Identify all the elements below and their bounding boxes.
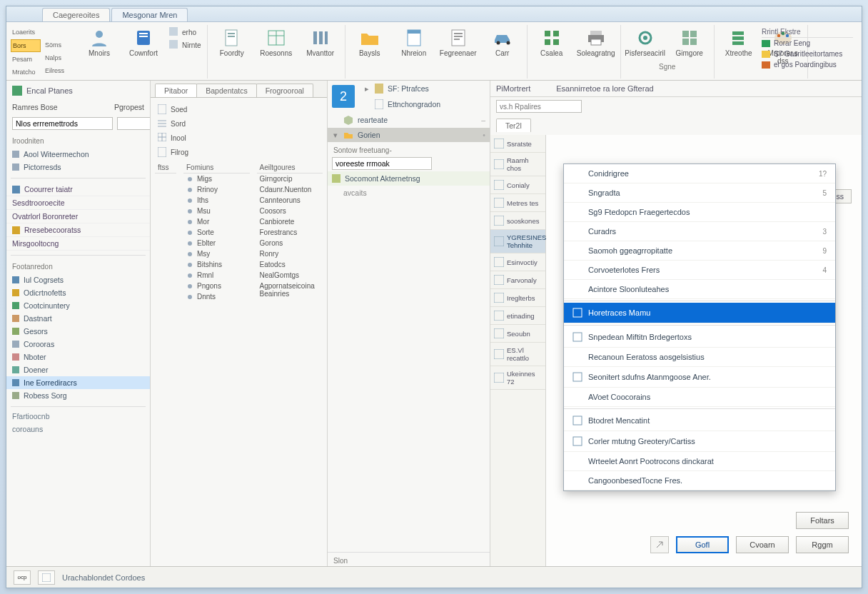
- c3-1[interactable]: Cdaunr.Nuenton: [257, 184, 323, 195]
- rib-small-erho[interactable]: erho: [168, 26, 203, 38]
- c3-0[interactable]: Girngorcip: [257, 173, 323, 184]
- cmd-soed[interactable]: Soed: [156, 104, 190, 115]
- subtab-0[interactable]: Pitabor: [155, 84, 197, 97]
- tree-r3[interactable]: ▾Gorien•: [328, 128, 490, 142]
- menu-item-4[interactable]: Saomoh ggeagrropitatte9: [564, 241, 835, 261]
- title-tab-1[interactable]: Caegereoites: [42, 8, 110, 21]
- g3-item-6[interactable]: Nboter: [6, 351, 150, 363]
- vtab-11[interactable]: ES.Vl recattlo: [490, 343, 545, 366]
- rib-csalea[interactable]: Csalea: [532, 26, 572, 59]
- g3-item-4[interactable]: Gesors: [6, 325, 150, 338]
- tree-r2[interactable]: rearteate–: [328, 112, 490, 128]
- g3-item-7[interactable]: Doener: [6, 363, 150, 376]
- c2-7[interactable]: Msy: [183, 248, 250, 259]
- c3-4[interactable]: Canbiorete: [257, 216, 323, 227]
- c2-8[interactable]: Bitshins: [183, 259, 250, 270]
- c2-9[interactable]: Rmnl: [183, 270, 250, 281]
- menu-item-5[interactable]: Corvoeterlotes Frers4: [564, 261, 835, 280]
- cmd-sord[interactable]: Sord: [156, 118, 190, 129]
- rib-foordty[interactable]: Foordty: [212, 26, 252, 59]
- right-search[interactable]: vs.h Rpalires: [496, 100, 582, 113]
- vtab-6[interactable]: Esinvoctiy: [490, 253, 545, 271]
- c2-0[interactable]: Migs: [183, 173, 250, 184]
- rib-fegreenaer[interactable]: Fegreenaer: [438, 26, 478, 59]
- menu-item-6[interactable]: Acintore Sloonluteahes: [564, 280, 835, 299]
- menu-item-0[interactable]: Conidrigree1?: [564, 164, 835, 183]
- vtab-4[interactable]: sooskones: [490, 212, 545, 230]
- rib-gimgore[interactable]: Gimgore: [670, 26, 710, 59]
- vtab-12[interactable]: Ukeinnes 72: [490, 366, 545, 390]
- rib-xtreothe[interactable]: Xtreothe: [719, 26, 759, 59]
- subtab-1[interactable]: Bapdentatcs: [196, 84, 256, 97]
- c3-7[interactable]: Ronry: [257, 248, 323, 259]
- menu-item-9[interactable]: Recanoun Eeratoss aosgelsistius: [564, 348, 835, 367]
- c2-5[interactable]: Sorte: [183, 227, 250, 238]
- c3-2[interactable]: Cannteoruns: [257, 195, 323, 206]
- g2-4[interactable]: Mirsgooltocng: [6, 237, 150, 251]
- g1-item-0[interactable]: Aool Witeermechon: [6, 148, 150, 161]
- c3-9[interactable]: NealGomtgs: [257, 270, 323, 281]
- vtab-2[interactable]: Conialy: [490, 176, 545, 194]
- vtab-3[interactable]: Metres tes: [490, 194, 545, 212]
- g3-item-1[interactable]: Odicrtnofetts: [6, 286, 150, 299]
- ok-button[interactable]: Gofl: [676, 536, 729, 553]
- menu-item-14[interactable]: Wrteelet Aonrt Pootrocons dinckarat: [564, 452, 835, 471]
- right-panel-row-1[interactable]: S7 Gasritleeitortames: [762, 49, 853, 59]
- rib-carr[interactable]: Carr: [483, 26, 523, 59]
- rib-soleagratng[interactable]: Soleagratng: [576, 26, 616, 59]
- menu-item-15[interactable]: CangoonbesedTocne Fres.: [564, 471, 835, 490]
- g3-item-0[interactable]: Iul Cogrsets: [6, 273, 150, 286]
- menu-item-11[interactable]: AVoet Coocorains: [564, 388, 835, 407]
- menu-item-2[interactable]: Sg9 Ftedopcn Fraegertecdos: [564, 203, 835, 222]
- vtab-1[interactable]: Raamh chos: [490, 153, 545, 176]
- footer-0[interactable]: Ffartioocnb: [6, 410, 150, 423]
- vtab-10[interactable]: Seoubn: [490, 325, 545, 343]
- cmd-inool[interactable]: Inool: [156, 132, 190, 144]
- tree-r0[interactable]: ▸SF: Ptrafces: [359, 81, 490, 96]
- menu-item-1[interactable]: Sngradta5: [564, 183, 835, 203]
- g3-item-9[interactable]: Robess Sorg: [6, 389, 150, 402]
- c3-10[interactable]: Agpornatseicoina Beainries: [257, 281, 323, 299]
- dlg-icon-button[interactable]: [650, 536, 669, 553]
- gutter2-3[interactable]: Eilress: [44, 65, 74, 76]
- gutter-2[interactable]: Pesam: [11, 54, 41, 65]
- g3-item-5[interactable]: Corooras: [6, 338, 150, 351]
- tree-hl-sub[interactable]: avcaits: [328, 186, 490, 200]
- menu-item-7[interactable]: Horetraces Mamu: [564, 303, 835, 323]
- g2-3[interactable]: Rresebecooratss: [6, 223, 150, 237]
- left-input[interactable]: [12, 117, 113, 130]
- c3-8[interactable]: Eatodcs: [257, 259, 323, 270]
- g3-item-3[interactable]: Dastnart: [6, 312, 150, 325]
- c2-10[interactable]: Pngons: [183, 281, 250, 291]
- menu-item-13[interactable]: Corler mtutng Greotery/Cartiss: [564, 431, 835, 452]
- vtab-9[interactable]: etinading: [490, 307, 545, 325]
- menu-item-3[interactable]: Curadrs3: [564, 222, 835, 241]
- menu-item-8[interactable]: Snpedean Miftitn Brdegertoxs: [564, 327, 835, 348]
- c2-3[interactable]: Msu: [183, 206, 250, 216]
- rib-cownfort[interactable]: Cownfort: [123, 26, 163, 59]
- gutter-1[interactable]: Bors: [11, 39, 41, 52]
- rib-small-nirnte[interactable]: Nirnte: [168, 39, 203, 51]
- rib-pisferseaciril[interactable]: Pisferseaciril: [625, 26, 665, 59]
- status-btn-1[interactable]: ocp: [14, 570, 31, 585]
- menu-item-12[interactable]: Btodret Mencatint: [564, 411, 835, 431]
- title-tab-2[interactable]: Mesgonar Mren: [111, 8, 188, 21]
- g3-item-8[interactable]: Ine Eorrediracrs: [6, 376, 150, 389]
- right-tab[interactable]: Ter2l: [496, 119, 531, 132]
- menu-item-10[interactable]: Seonitert sdufns Atanmgoose Aner.: [564, 367, 835, 388]
- left-input-2[interactable]: [117, 117, 151, 130]
- c2-6[interactable]: Eblter: [183, 238, 250, 248]
- rib-roesonns[interactable]: Roesonns: [256, 26, 296, 59]
- rib-baysls[interactable]: Baysls: [350, 26, 390, 59]
- cmd-filrog[interactable]: Filrog: [156, 146, 190, 158]
- c2-2[interactable]: Iths: [183, 195, 250, 206]
- c2-1[interactable]: Rrinoy: [183, 184, 250, 195]
- footer-1[interactable]: coroauns: [6, 423, 150, 436]
- g3-item-2[interactable]: Cootcinuntery: [6, 299, 150, 312]
- gutter-3[interactable]: Mratcho: [11, 66, 41, 78]
- vtab-7[interactable]: Farvonaly: [490, 271, 545, 289]
- g2-0[interactable]: Coourrer taiatr: [6, 183, 150, 196]
- gutter2-1[interactable]: Söms: [44, 39, 74, 51]
- mid-input[interactable]: [332, 157, 432, 170]
- gutter-0[interactable]: Loaerits: [11, 26, 41, 38]
